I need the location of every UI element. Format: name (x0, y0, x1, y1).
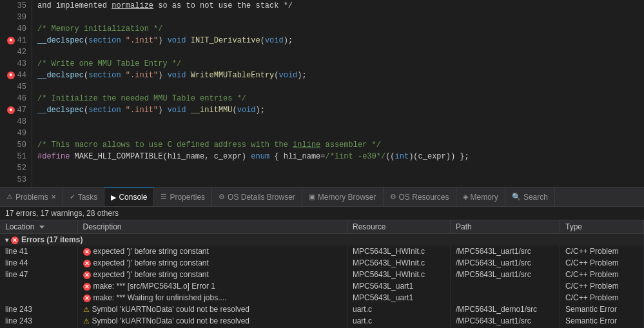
tab-icon-memory-browser: ▣ (309, 193, 315, 201)
tab-memory[interactable]: ◈Memory (456, 188, 505, 206)
cell-path (451, 280, 560, 292)
line-number: 54 (5, 186, 26, 187)
cell-type: Semantic Error (560, 315, 644, 327)
tab-label-problems: Problems (15, 193, 48, 202)
group-error-icon: ✕ (11, 236, 19, 244)
cell-description: ✕expected ')' before string constant (77, 269, 347, 280)
cell-type: C/C++ Problem (560, 257, 644, 269)
cell-location: line 243 (0, 315, 77, 327)
error-indicator: ● (7, 37, 15, 44)
table-row[interactable]: ✕make: *** Waiting for unfinished jobs..… (0, 292, 644, 304)
tab-properties[interactable]: ☰Properties (154, 188, 212, 206)
cell-resource: MPC5643L_uart1 (347, 292, 451, 304)
table-row[interactable]: line 41✕expected ')' before string const… (0, 246, 644, 257)
row-error-icon: ✕ (83, 248, 91, 256)
line-number: 49 (5, 128, 26, 139)
code-line: __declspec(section ".init") void __initM… (37, 104, 644, 116)
tab-label-memory: Memory (471, 193, 498, 202)
tab-label-properties: Properties (170, 193, 205, 202)
tab-close-problems[interactable]: ✕ (51, 193, 56, 200)
tab-label-os-details: OS Details Browser (228, 193, 295, 202)
cell-path: /MPC5643L_uart1/src (451, 257, 560, 269)
cell-path: /MPC5643L_uart1/src (451, 269, 560, 280)
col-header-description[interactable]: Description (77, 220, 347, 234)
cell-resource: uart.c (347, 304, 451, 315)
app-container: 353940●414243●444546●4748495051525354555… (0, 0, 644, 328)
table-header-row: Location Description Resource Path (0, 220, 644, 234)
cell-resource: MPC5643L_uart1 (347, 280, 451, 292)
line-numbers: 353940●414243●444546●4748495051525354555… (0, 0, 32, 187)
cell-type: Semantic Error (560, 304, 644, 315)
cell-type: C/C++ Problem (560, 280, 644, 292)
cell-resource: uart.c (347, 315, 451, 327)
cell-description: ✕make: *** [src/MPC5643L.o] Error 1 (77, 280, 347, 292)
cell-location (0, 280, 77, 292)
cell-location: line 41 (0, 246, 77, 257)
tab-os-resources[interactable]: ⚙OS Resources (384, 188, 456, 206)
tab-icon-problems: ⚠ (6, 193, 13, 201)
code-line: /*--------------------------------------… (37, 186, 644, 187)
code-line (37, 81, 644, 93)
line-number: 51 (5, 151, 26, 162)
code-line: /* Write one MMU Table Entry */ (37, 58, 644, 70)
line-number: 42 (5, 46, 26, 58)
col-header-location[interactable]: Location (0, 220, 77, 234)
table-row[interactable]: line 44✕expected ')' before string const… (0, 257, 644, 269)
code-line (37, 162, 644, 174)
code-line: /* Memory initialization */ (37, 23, 644, 35)
sort-arrow-location (39, 226, 44, 229)
line-number: ●44 (5, 70, 26, 81)
row-error-icon: ✕ (83, 294, 91, 302)
errors-table-container[interactable]: Location Description Resource Path (0, 220, 644, 328)
code-line: __declspec(section ".init") void INIT_De… (37, 35, 644, 46)
tab-os-details[interactable]: ⚙OS Details Browser (212, 188, 302, 206)
line-number: 52 (5, 162, 26, 174)
row-warning-icon: ⚠ (83, 305, 90, 314)
cell-description: ✕make: *** Waiting for unfinished jobs..… (77, 292, 347, 304)
code-line: #define MAKE_HLI_COMPATIBLE(hli_name, c_… (37, 151, 644, 162)
code-line: and implemented normalize so as to not u… (37, 0, 644, 12)
code-line (37, 128, 644, 139)
col-header-resource[interactable]: Resource (347, 220, 451, 234)
tab-icon-console: ▶ (111, 193, 116, 202)
line-number: 35 (5, 0, 26, 12)
col-header-type[interactable]: Type (560, 220, 644, 234)
cell-description: ⚠Symbol 'kUARTNoData' could not be resol… (77, 304, 347, 315)
code-editor: 353940●414243●444546●4748495051525354555… (0, 0, 644, 187)
tab-memory-browser[interactable]: ▣Memory Browser (302, 188, 384, 206)
line-number: 43 (5, 58, 26, 70)
table-row[interactable]: line 47✕expected ')' before string const… (0, 269, 644, 280)
line-number: 39 (5, 12, 26, 23)
code-line (37, 174, 644, 186)
errors-table: Location Description Resource Path (0, 220, 644, 328)
table-row[interactable]: line 243⚠Symbol 'kUARTNoData' could not … (0, 315, 644, 327)
table-row[interactable]: ✕make: *** [src/MPC5643L.o] Error 1MPC56… (0, 280, 644, 292)
tab-console[interactable]: ▶Console (104, 188, 154, 206)
tab-label-os-resources: OS Resources (399, 193, 449, 202)
line-number: 45 (5, 81, 26, 93)
line-number: 48 (5, 116, 26, 128)
code-line: __declspec(section ".init") void WriteMM… (37, 70, 644, 81)
cell-location (0, 292, 77, 304)
code-line: /* This macro allows to use C defined ad… (37, 139, 644, 151)
tab-search[interactable]: 🔍Search (505, 188, 555, 206)
cell-description: ⚠Symbol 'kUARTNoData' could not be resol… (77, 315, 347, 327)
cell-resource: MPC5643L_HWInit.c (347, 269, 451, 280)
cell-path (451, 292, 560, 304)
table-group-row[interactable]: ▾✕Errors (17 items) (0, 234, 644, 246)
row-error-icon: ✕ (83, 283, 91, 291)
tab-tasks[interactable]: ✓Tasks (63, 188, 105, 206)
tab-icon-memory: ◈ (463, 193, 468, 201)
tab-icon-os-details: ⚙ (219, 193, 225, 201)
row-warning-icon: ⚠ (83, 317, 90, 325)
line-number: 50 (5, 139, 26, 151)
table-row[interactable]: line 243⚠Symbol 'kUARTNoData' could not … (0, 304, 644, 315)
group-expand-icon: ▾ (5, 236, 8, 244)
cell-location: line 44 (0, 257, 77, 269)
code-line: /* Initialize the needed MMU Table entri… (37, 93, 644, 104)
col-header-path[interactable]: Path (451, 220, 560, 234)
row-error-icon: ✕ (83, 260, 91, 267)
line-number: 46 (5, 93, 26, 104)
code-line (37, 12, 644, 23)
tab-problems[interactable]: ⚠Problems ✕ (0, 188, 63, 206)
